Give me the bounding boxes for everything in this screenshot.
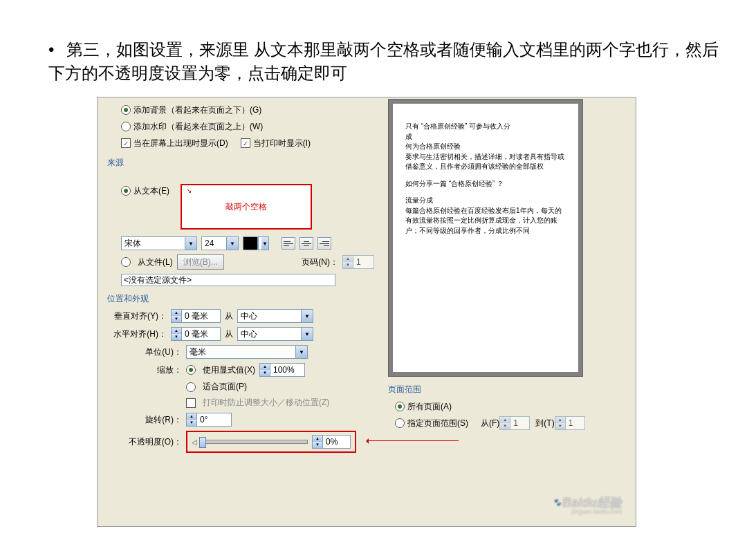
label-add-watermark: 添加水印（看起来在页面之上）(W)	[133, 121, 263, 133]
preview-document: 只有 “合格原创经验” 可参与收入分 成 何为合格原创经验 要求与生活密切相关，…	[393, 104, 578, 372]
section-appearance: 位置和外观	[107, 293, 374, 305]
halign-from-combo[interactable]: 中心▼	[237, 327, 313, 341]
checkbox-lock[interactable]	[186, 398, 196, 408]
source-file-display: <没有选定源文件>	[121, 274, 335, 286]
opacity-highlight: ◁ ▲▼ 0%	[186, 431, 356, 453]
text-input-highlight: 敲两个空格	[181, 184, 312, 230]
font-size-combo[interactable]: 24▼	[201, 236, 239, 250]
preview-pane: 只有 “合格原创经验” 可参与收入分 成 何为合格原创经验 要求与生活密切相关，…	[388, 99, 583, 377]
align-left-button[interactable]	[282, 237, 295, 250]
label-from-text: 从文本(E)	[133, 185, 169, 197]
checkbox-show-screen[interactable]	[121, 138, 131, 148]
label-range-to: 到(T)	[535, 418, 554, 429]
label-use-explicit: 使用显式值(X)	[203, 364, 255, 376]
radio-all-pages[interactable]	[395, 402, 405, 411]
radio-use-explicit[interactable]	[186, 365, 196, 375]
radio-add-background[interactable]	[121, 105, 131, 115]
radio-from-text[interactable]	[121, 186, 131, 196]
label-lock: 打印时防止调整大小／移动位置(Z)	[203, 397, 329, 409]
unit-combo[interactable]: 毫米▼	[186, 345, 308, 359]
opacity-slider[interactable]	[201, 440, 308, 444]
annotation-arrow	[369, 440, 459, 441]
valign-from-combo[interactable]: 中心▼	[237, 309, 313, 323]
section-source: 来源	[107, 157, 374, 169]
radio-add-watermark[interactable]	[121, 122, 131, 131]
opacity-spinner[interactable]: ▲▼ 0%	[312, 435, 351, 449]
radio-spec-range[interactable]	[395, 418, 405, 428]
align-right-button[interactable]	[317, 237, 331, 250]
label-rotate: 旋转(R)：	[111, 414, 182, 426]
label-from-1: 从	[225, 310, 233, 322]
label-from-2: 从	[225, 328, 233, 340]
range-to-spinner[interactable]: ▲▼ 1	[555, 416, 585, 430]
arrow-icon: ↘	[186, 187, 192, 194]
label-spec-range: 指定页面范围(S)	[407, 418, 468, 429]
hint-text: 敲两个空格	[225, 201, 267, 213]
label-fit-page: 适合页面(P)	[203, 381, 247, 393]
checkbox-show-print[interactable]	[241, 138, 250, 148]
label-from-file: 从文件(L)	[138, 256, 173, 268]
dialog-screenshot: 添加背景（看起来在页面之下）(G) 添加水印（看起来在页面之上）(W) 当在屏幕…	[97, 97, 636, 527]
rotate-spinner[interactable]: ▲▼ 0°	[186, 413, 232, 427]
baidu-watermark: 🐾 Baidu经验 jingyan.baidu.com	[553, 496, 622, 515]
label-page-no: 页码(N)：	[302, 256, 338, 268]
label-opacity: 不透明度(O)：	[111, 436, 182, 448]
label-range-from: 从(F)	[481, 418, 499, 429]
align-center-button[interactable]	[299, 237, 313, 250]
section-page-range: 页面范围	[388, 384, 623, 395]
label-show-screen: 当在屏幕上出现时显示(D)	[133, 138, 228, 149]
label-valign: 垂直对齐(Y)：	[111, 310, 167, 322]
radio-from-file[interactable]	[121, 257, 131, 267]
font-name-combo[interactable]: 宋体▼	[121, 236, 197, 250]
instruction-text: •第三，如图设置，来源里 从文本那里敲两个空格或者随便输入文档里的两个字也行，然…	[48, 38, 719, 84]
radio-fit-page[interactable]	[186, 382, 196, 392]
page-spinner[interactable]: ▲▼ 1	[342, 255, 374, 269]
label-unit: 单位(U)：	[111, 346, 182, 358]
label-halign: 水平对齐(H)：	[111, 328, 167, 340]
range-from-spinner[interactable]: ▲▼ 1	[499, 416, 530, 430]
label-add-background: 添加背景（看起来在页面之下）(G)	[133, 104, 261, 116]
label-all-pages: 所有页面(A)	[407, 401, 452, 413]
label-show-print: 当打印时显示(I)	[253, 138, 311, 149]
valign-spinner[interactable]: ▲▼ 0 毫米	[171, 309, 221, 323]
halign-spinner[interactable]: ▲▼ 0 毫米	[171, 327, 221, 341]
scale-spinner[interactable]: ▲▼ 100%	[259, 363, 305, 377]
label-scale: 缩放：	[111, 364, 182, 376]
color-picker[interactable]: ▼	[243, 236, 269, 250]
browse-button[interactable]: 浏览(B)...	[177, 254, 224, 270]
